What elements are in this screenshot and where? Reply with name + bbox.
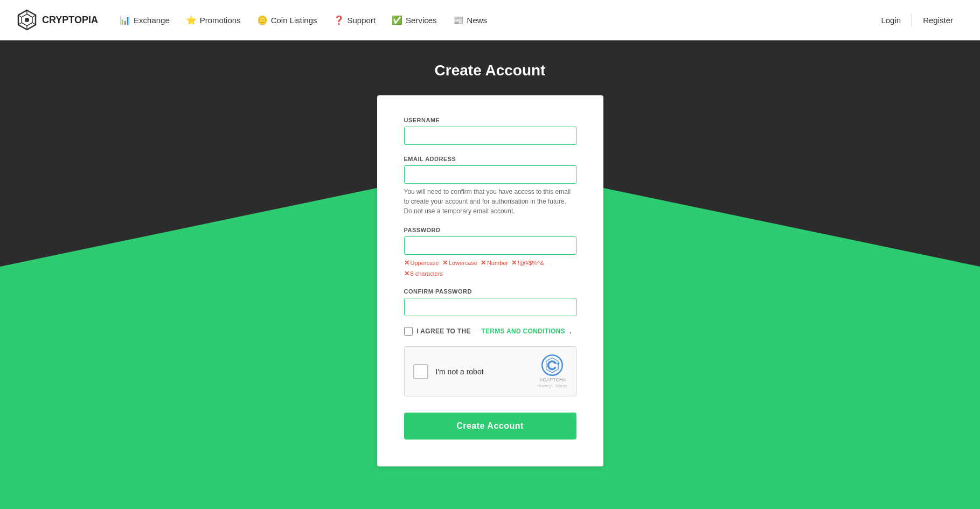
- password-input[interactable]: [404, 236, 576, 255]
- req-uppercase: ✕ Uppercase: [404, 259, 439, 267]
- nav-coin-listings[interactable]: 🪙 Coin Listings: [257, 15, 317, 25]
- support-icon: ❓: [333, 15, 344, 25]
- req-lowercase: ✕ Lowercase: [442, 259, 477, 267]
- logo-icon: [16, 9, 38, 31]
- confirm-password-label: CONFIRM PASSWORD: [404, 288, 576, 295]
- recaptcha-label: I'm not a robot: [436, 367, 484, 376]
- nav-promotions[interactable]: ⭐ Promotions: [186, 15, 241, 25]
- brand-logo[interactable]: CRYPTOPIA: [16, 9, 98, 31]
- email-group: EMAIL ADDRESS You will need to confirm t…: [404, 156, 576, 216]
- terms-period: .: [569, 327, 572, 335]
- email-label: EMAIL ADDRESS: [404, 156, 576, 162]
- coin-listings-icon: 🪙: [257, 15, 268, 25]
- news-icon: 📰: [453, 15, 464, 25]
- email-input[interactable]: [404, 165, 576, 184]
- confirm-password-input[interactable]: [404, 298, 576, 316]
- req-number: ✕ Number: [481, 259, 508, 267]
- nav-promotions-label: Promotions: [200, 16, 241, 25]
- svg-marker-12: [557, 363, 560, 366]
- navbar: CRYPTOPIA 📊 Exchange ⭐ Promotions 🪙 Coin…: [0, 0, 980, 40]
- auth-area: Login Register: [870, 13, 964, 26]
- terms-checkbox[interactable]: [404, 327, 413, 336]
- nav-news-label: News: [467, 16, 488, 25]
- nav-support[interactable]: ❓ Support: [333, 15, 376, 25]
- recaptcha-brand-label: reCAPTCHA: [539, 377, 566, 382]
- terms-link[interactable]: TERMS AND CONDITIONS: [481, 327, 565, 335]
- form-container: Create Account USERNAME EMAIL ADDRESS Yo…: [248, 62, 733, 466]
- recaptcha-logo-area: reCAPTCHA Privacy - Terms: [538, 354, 567, 388]
- username-input[interactable]: [404, 127, 576, 145]
- recaptcha-box[interactable]: I'm not a robot reCAPTCHA Privacy - Term…: [404, 346, 576, 396]
- confirm-password-group: CONFIRM PASSWORD: [404, 288, 576, 316]
- nav-links: 📊 Exchange ⭐ Promotions 🪙 Coin Listings …: [120, 15, 870, 25]
- req-length: ✕ 8 characters: [404, 270, 443, 277]
- nav-services[interactable]: ✅ Services: [392, 15, 437, 25]
- nav-support-label: Support: [347, 16, 376, 25]
- promotions-icon: ⭐: [186, 15, 197, 25]
- req-special: ✕ !@#$%^&: [511, 259, 544, 267]
- services-icon: ✅: [392, 15, 402, 25]
- password-requirements: ✕ Uppercase ✕ Lowercase ✕ Number ✕ !@#$%…: [404, 259, 576, 277]
- login-link[interactable]: Login: [870, 16, 912, 25]
- username-label: USERNAME: [404, 117, 576, 123]
- register-link[interactable]: Register: [912, 16, 964, 25]
- password-label: PASSWORD: [404, 227, 576, 233]
- page-title: Create Account: [435, 62, 546, 79]
- nav-exchange[interactable]: 📊 Exchange: [120, 15, 170, 25]
- nav-services-label: Services: [406, 16, 437, 25]
- hero-section: Create Account USERNAME EMAIL ADDRESS Yo…: [0, 40, 980, 509]
- recaptcha-sub-label: Privacy - Terms: [538, 384, 567, 388]
- terms-text: I AGREE TO THE: [417, 327, 471, 335]
- nav-coin-listings-label: Coin Listings: [271, 16, 317, 25]
- nav-news[interactable]: 📰 News: [453, 15, 488, 25]
- username-group: USERNAME: [404, 117, 576, 145]
- recaptcha-checkbox[interactable]: [413, 364, 428, 379]
- terms-row: I AGREE TO THE TERMS AND CONDITIONS .: [404, 327, 576, 336]
- form-card: USERNAME EMAIL ADDRESS You will need to …: [377, 95, 603, 466]
- create-account-button[interactable]: Create Account: [404, 413, 576, 440]
- nav-exchange-label: Exchange: [134, 16, 170, 25]
- recaptcha-logo-icon: [541, 354, 563, 376]
- email-hint: You will need to confirm that you have a…: [404, 187, 576, 216]
- password-group: PASSWORD ✕ Uppercase ✕ Lowercase ✕ Numbe…: [404, 227, 576, 277]
- svg-point-2: [25, 18, 29, 22]
- brand-name: CRYPTOPIA: [42, 15, 98, 26]
- exchange-icon: 📊: [120, 15, 130, 25]
